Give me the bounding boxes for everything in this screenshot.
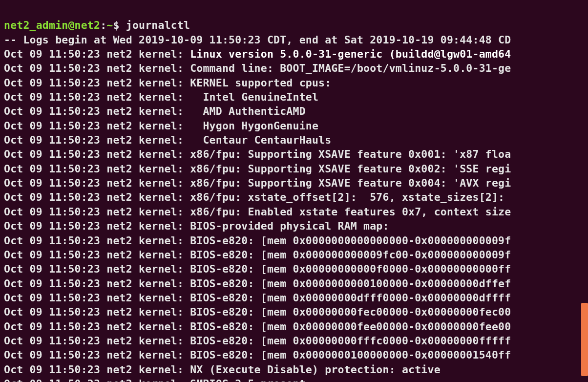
- scrollbar-track[interactable]: [581, 0, 588, 382]
- log-line: Oct 09 11:50:23 net2 kernel: BIOS-e820: …: [4, 320, 511, 333]
- log-line: Oct 09 11:50:23 net2 kernel: KERNEL supp…: [4, 77, 331, 89]
- log-line: Oct 09 11:50:23 net2 kernel: BIOS-e820: …: [4, 335, 511, 347]
- log-line: Oct 09 11:50:23 net2 kernel: x86/fpu: Su…: [4, 148, 511, 160]
- log-line: Oct 09 11:50:23 net2 kernel: x86/fpu: Su…: [4, 163, 511, 175]
- log-line: Oct 09 11:50:23 net2 kernel: x86/fpu: Su…: [4, 177, 511, 189]
- log-bold: Linux version 5.0.0-31-generic (buildd@l…: [190, 48, 511, 60]
- log-line: Oct 09 11:50:23 net2 kernel: BIOS-e820: …: [4, 277, 511, 290]
- prompt-line: net2_admin@net2:~$ journalctl: [4, 19, 190, 31]
- command-text: journalctl: [126, 19, 190, 31]
- prompt-dollar: $: [113, 19, 126, 31]
- log-header: -- Logs begin at Wed 2019-10-09 11:50:23…: [4, 34, 511, 46]
- log-line: Oct 09 11:50:23 net2 kernel: BIOS-provid…: [4, 220, 389, 232]
- log-prefix: Oct 09 11:50:23 net2 kernel:: [4, 48, 190, 60]
- log-line: Oct 09 11:50:23 net2 kernel: Linux versi…: [4, 48, 511, 60]
- log-line: Oct 09 11:50:23 net2 kernel: BIOS-e820: …: [4, 249, 511, 261]
- log-line: Oct 09 11:50:23 net2 kernel: NX (Execute…: [4, 363, 441, 376]
- log-line: Oct 09 11:50:23 net2 kernel: AMD Authent…: [4, 105, 306, 117]
- log-line: Oct 09 11:50:23 net2 kernel: BIOS-e820: …: [4, 306, 511, 318]
- log-line: Oct 09 11:50:23 net2 kernel: x86/fpu: xs…: [4, 191, 504, 203]
- log-line: Oct 09 11:50:23 net2 kernel: BIOS-e820: …: [4, 263, 511, 275]
- log-line: Oct 09 11:50:23 net2 kernel: Command lin…: [4, 62, 511, 74]
- log-line: Oct 09 11:50:23 net2 kernel: x86/fpu: En…: [4, 206, 511, 218]
- log-line: Oct 09 11:50:23 net2 kernel: Hygon Hygon…: [4, 120, 318, 132]
- prompt-path: ~: [106, 19, 113, 31]
- terminal-output[interactable]: net2_admin@net2:~$ journalctl -- Logs be…: [0, 0, 588, 382]
- log-line: Oct 09 11:50:23 net2 kernel: Intel Genui…: [4, 91, 318, 103]
- log-line: Oct 09 11:50:23 net2 kernel: SMBIOS 2.5 …: [4, 378, 312, 382]
- log-line: Oct 09 11:50:23 net2 kernel: BIOS-e820: …: [4, 292, 511, 304]
- log-line: Oct 09 11:50:23 net2 kernel: BIOS-e820: …: [4, 349, 511, 361]
- scrollbar-thumb[interactable]: [581, 303, 588, 376]
- prompt-separator: :: [100, 19, 106, 31]
- prompt-user-host: net2_admin@net2: [4, 19, 100, 31]
- log-line: Oct 09 11:50:23 net2 kernel: Centaur Cen…: [4, 134, 331, 146]
- log-line: Oct 09 11:50:23 net2 kernel: BIOS-e820: …: [4, 234, 511, 247]
